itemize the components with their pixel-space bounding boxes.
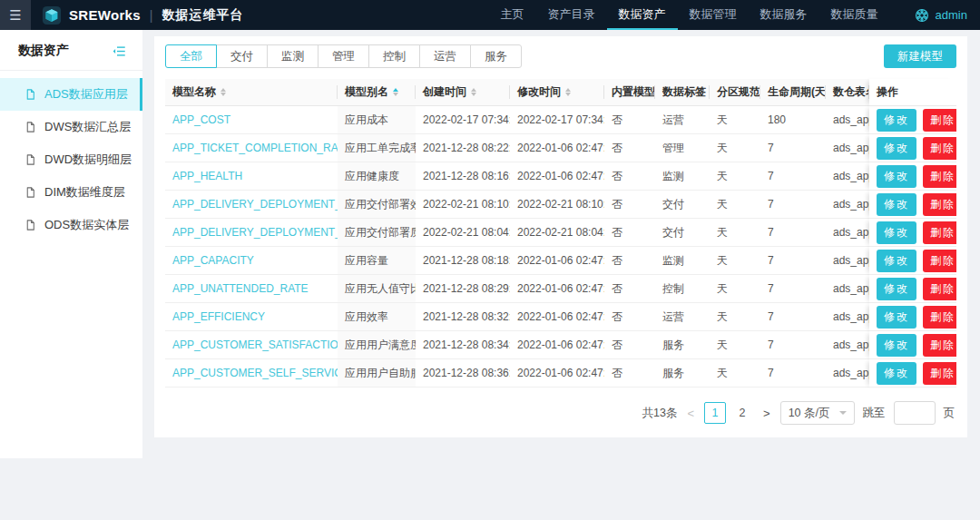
topnav-item-5[interactable]: 数据质量 xyxy=(819,0,890,30)
delete-button[interactable]: 删除 xyxy=(923,334,956,357)
delete-button[interactable]: 删除 xyxy=(923,137,956,160)
tab-5[interactable]: 运营 xyxy=(419,44,471,68)
cell-tag: 服务 xyxy=(655,359,710,388)
model-name-link[interactable]: APP_EFFICIENCY xyxy=(172,310,265,323)
cell-actions: 修改删除 xyxy=(869,106,956,134)
cell-partition: 天 xyxy=(710,219,760,247)
column-header-tag[interactable]: 数据标签 xyxy=(655,79,710,106)
column-header-lifecycle[interactable]: 生命周期(天) xyxy=(760,79,826,106)
model-name-link[interactable]: APP_CUSTOMER_SELF_SERVICE_RATE xyxy=(172,367,338,379)
cell-lifecycle: 7 xyxy=(760,219,826,247)
cell-created: 2021-12-28 08:34:13 xyxy=(416,331,510,359)
cell-created: 2021-12-28 08:36:18 xyxy=(416,359,510,388)
delete-button[interactable]: 删除 xyxy=(923,221,956,244)
cell-created: 2022-02-21 08:10:10 xyxy=(416,191,510,219)
column-header-name[interactable]: 模型名称 xyxy=(165,79,338,106)
edit-button[interactable]: 修改 xyxy=(877,193,916,216)
edit-button[interactable]: 修改 xyxy=(877,137,916,160)
topnav-item-2[interactable]: 数据资产 xyxy=(607,0,678,30)
cell-partition: 天 xyxy=(710,134,760,162)
cell-modified: 2022-02-21 08:04:40 xyxy=(510,219,604,247)
hamburger-menu-icon[interactable]: ☰ xyxy=(0,0,31,30)
sidebar-item-2[interactable]: DWD数据明细层 xyxy=(0,143,142,176)
tab-0[interactable]: 全部 xyxy=(165,44,217,68)
column-header-created[interactable]: 创建时间 xyxy=(416,79,510,106)
cell-modified: 2022-01-06 02:47:14 xyxy=(510,134,604,162)
model-name-link[interactable]: APP_CAPACITY xyxy=(172,254,254,267)
column-header-partition[interactable]: 分区规范 xyxy=(710,79,760,106)
delete-button[interactable]: 删除 xyxy=(923,278,956,300)
model-name-link[interactable]: APP_HEALTH xyxy=(172,170,242,182)
edit-button[interactable]: 修改 xyxy=(877,278,916,300)
cell-warehouse: ads_app xyxy=(826,106,869,134)
edit-button[interactable]: 修改 xyxy=(877,306,916,329)
cell-actions: 修改删除 xyxy=(869,359,956,388)
edit-button[interactable]: 修改 xyxy=(877,334,916,357)
model-name-link[interactable]: APP_DELIVERY_DEPLOYMENT_QUALITY xyxy=(172,226,338,239)
sidebar-item-label: DIM数据维度层 xyxy=(44,184,125,201)
topnav-item-1[interactable]: 资产目录 xyxy=(536,0,607,30)
page-jump-input[interactable] xyxy=(894,401,936,425)
pagination-page-2[interactable]: 2 xyxy=(731,402,753,424)
column-header-modified[interactable]: 修改时间 xyxy=(510,79,604,106)
edit-button[interactable]: 修改 xyxy=(877,250,916,272)
cell-lifecycle: 7 xyxy=(760,359,826,388)
sidebar-item-label: ADS数据应用层 xyxy=(44,86,128,103)
cell-builtin: 否 xyxy=(604,247,655,275)
page-size-select[interactable]: 10 条/页 xyxy=(780,401,855,425)
column-header-alias[interactable]: 模型别名 xyxy=(338,79,416,106)
edit-button[interactable]: 修改 xyxy=(877,221,916,244)
edit-button[interactable]: 修改 xyxy=(877,362,916,385)
cell-builtin: 否 xyxy=(604,303,655,331)
cell-model-name: APP_DELIVERY_DEPLOYMENT_EFFICIENCY xyxy=(165,191,338,219)
sidebar-item-3[interactable]: DIM数据维度层 xyxy=(0,176,142,209)
pagination-next-button[interactable]: > xyxy=(761,407,772,420)
new-model-button[interactable]: 新建模型 xyxy=(884,44,956,68)
sidebar-item-4[interactable]: ODS数据实体层 xyxy=(0,209,142,241)
tab-4[interactable]: 控制 xyxy=(368,44,420,68)
column-header-builtin[interactable]: 内置模型 xyxy=(604,79,655,106)
delete-button[interactable]: 删除 xyxy=(923,165,956,188)
pagination-prev-button[interactable]: < xyxy=(685,407,696,420)
sort-icon[interactable] xyxy=(565,88,571,96)
topnav-item-0[interactable]: 主页 xyxy=(489,0,536,30)
table-row: APP_UNATTENDED_RATE应用无人值守比例2021-12-28 08… xyxy=(165,275,956,303)
cell-warehouse: ads_app xyxy=(826,331,869,359)
tab-2[interactable]: 监测 xyxy=(267,44,318,68)
topnav-item-4[interactable]: 数据服务 xyxy=(749,0,819,30)
edit-button[interactable]: 修改 xyxy=(877,109,916,132)
menu-fold-icon[interactable] xyxy=(113,44,126,58)
cell-warehouse: ads_app xyxy=(826,219,869,247)
sort-icon[interactable] xyxy=(393,88,398,96)
sidebar-item-1[interactable]: DWS数据汇总层 xyxy=(0,111,142,143)
topnav-item-3[interactable]: 数据管理 xyxy=(678,0,749,30)
model-name-link[interactable]: APP_DELIVERY_DEPLOYMENT_EFFICIENCY xyxy=(172,198,338,211)
sort-icon[interactable] xyxy=(471,88,476,96)
tab-3[interactable]: 管理 xyxy=(318,44,369,68)
pagination-page-1[interactable]: 1 xyxy=(704,402,726,424)
user-menu[interactable]: admin xyxy=(914,7,967,24)
cell-alias: 应用交付部署质量 xyxy=(338,219,416,247)
edit-button[interactable]: 修改 xyxy=(877,165,916,188)
model-name-link[interactable]: APP_TICKET_COMPLETION_RATE xyxy=(172,142,338,154)
cell-lifecycle: 7 xyxy=(760,247,826,275)
delete-button[interactable]: 删除 xyxy=(923,362,956,385)
model-name-link[interactable]: APP_CUSTOMER_SATISFACTION xyxy=(172,338,338,351)
delete-button[interactable]: 删除 xyxy=(923,306,956,329)
table-row: APP_CAPACITY应用容量2021-12-28 08:18:072022-… xyxy=(165,247,956,275)
delete-button[interactable]: 删除 xyxy=(923,250,956,272)
sidebar-item-0[interactable]: ADS数据应用层 xyxy=(0,78,142,111)
sort-icon[interactable] xyxy=(220,88,226,96)
tab-6[interactable]: 服务 xyxy=(470,44,522,68)
cell-lifecycle: 7 xyxy=(760,303,826,331)
cell-tag: 交付 xyxy=(655,191,710,219)
tab-1[interactable]: 交付 xyxy=(216,44,268,68)
cell-created: 2021-12-28 08:22:50 xyxy=(416,134,510,162)
delete-button[interactable]: 删除 xyxy=(923,109,956,132)
cell-tag: 运营 xyxy=(655,303,710,331)
model-name-link[interactable]: APP_UNATTENDED_RATE xyxy=(172,282,309,295)
delete-button[interactable]: 删除 xyxy=(923,193,956,216)
cell-alias: 应用健康度 xyxy=(338,162,416,191)
model-name-link[interactable]: APP_COST xyxy=(172,113,230,126)
chevron-down-icon xyxy=(839,411,847,415)
